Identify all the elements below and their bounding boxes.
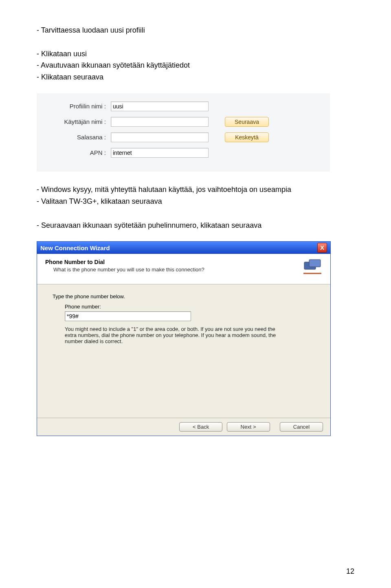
wizard-intro-text: Type the phone number below. <box>53 293 315 300</box>
cancel-button[interactable]: Cancel <box>280 422 323 432</box>
bullet: - Seuraavaan ikkunaan syötetään puhelinn… <box>37 220 354 231</box>
apn-label: APN : <box>41 149 111 156</box>
wizard-title-text: New Connection Wizard <box>40 244 110 251</box>
intro-list-2: - Windows kysyy, mitä yhteyttä halutaan … <box>37 184 354 207</box>
cancel-button[interactable]: Keskeytä <box>225 132 269 142</box>
bullet: - Windows kysyy, mitä yhteyttä halutaan … <box>37 184 354 196</box>
bullet: - Klikataan seuraava <box>37 71 354 83</box>
apn-input[interactable]: internet <box>111 148 209 158</box>
bullet: - Tarvittaessa luodaan uusi profiili <box>37 24 354 36</box>
phone-number-label: Phone number: <box>53 304 315 310</box>
wizard-titlebar: New Connection Wizard X <box>37 242 330 254</box>
intro-list-1: - Tarvittaessa luodaan uusi profiili - K… <box>37 24 354 83</box>
bullet: - Klikataan uusi <box>37 48 354 60</box>
wizard-header-title: Phone Number to Dial <box>45 259 204 265</box>
phone-number-input[interactable]: *99# <box>65 311 191 321</box>
wizard-window: New Connection Wizard X Phone Number to … <box>37 241 331 436</box>
back-button[interactable]: < Back <box>179 422 222 432</box>
wizard-header-sub: What is the phone number you will use to… <box>45 265 204 273</box>
wizard-header: Phone Number to Dial What is the phone n… <box>37 254 330 284</box>
close-icon[interactable]: X <box>317 243 327 253</box>
bullet: - Valitaan TW-3G+, klikataan seuraava <box>37 196 354 207</box>
next-button[interactable]: Seuraava <box>225 117 269 127</box>
password-input[interactable] <box>111 132 209 142</box>
username-label: Käyttäjän nimi : <box>41 118 111 125</box>
next-button[interactable]: Next > <box>227 422 270 432</box>
wizard-body: Type the phone number below. Phone numbe… <box>37 284 330 418</box>
profile-name-label: Profiilin nimi : <box>41 103 111 110</box>
profile-name-input[interactable]: uusi <box>111 101 209 111</box>
network-wizard-icon <box>303 259 322 277</box>
username-input[interactable] <box>111 117 209 127</box>
password-label: Salasana : <box>41 134 111 141</box>
profile-form-panel: Profiilin nimi : uusi Käyttäjän nimi : S… <box>37 93 330 172</box>
wizard-footer: < Back Next > Cancel <box>37 418 330 436</box>
intro-list-3: - Seuraavaan ikkunaan syötetään puhelinn… <box>37 220 354 231</box>
wizard-hint-text: You might need to include a "1" or the a… <box>53 321 277 344</box>
svg-rect-1 <box>309 260 321 267</box>
bullet: - Avautuvaan ikkunaan syötetään käyttäjä… <box>37 59 354 71</box>
